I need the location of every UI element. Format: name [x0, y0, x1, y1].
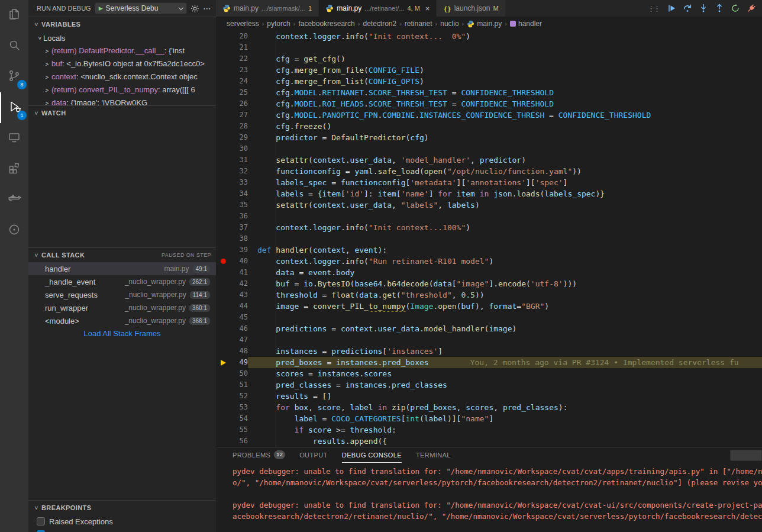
panel-tab-output[interactable]: OUTPUT	[299, 447, 328, 463]
debug-config-dropdown[interactable]: ▶ Serverless Debu	[95, 2, 187, 14]
close-icon[interactable]: ×	[425, 4, 430, 13]
breadcrumb-item-handler[interactable]: handler	[510, 20, 542, 28]
call-stack-frame[interactable]: _handle_event_nuclio_wrapper.py262:1	[28, 275, 216, 288]
start-debugging-icon[interactable]: ▶	[99, 5, 103, 11]
code-line-38[interactable]: 38	[216, 233, 762, 244]
code-line-51[interactable]: 51 pred_classes = instances.pred_classes	[216, 379, 762, 391]
call-stack-frame[interactable]: run_wrapper_nuclio_wrapper.py360:1	[28, 301, 216, 314]
code-line-35[interactable]: 35 setattr(context.user_data, "labels", …	[216, 199, 762, 211]
variables-section-header[interactable]: VARIABLES	[28, 17, 216, 31]
step-over-button[interactable]	[683, 4, 692, 13]
code-line-39[interactable]: 39def handler(context, event):	[216, 244, 762, 256]
restart-button[interactable]	[731, 4, 740, 13]
activity-bar-item-search[interactable]	[0, 31, 28, 62]
console-filter-input[interactable]	[730, 450, 762, 461]
glyph-margin[interactable]	[216, 244, 230, 256]
debug-console-output[interactable]: pydev debugger: unable to find translati…	[216, 463, 762, 532]
code-line-20[interactable]: 20 context.logger.info("Init context... …	[216, 31, 762, 42]
glyph-margin[interactable]	[216, 177, 230, 188]
glyph-margin[interactable]	[216, 267, 230, 278]
breadcrumb-item-detectron2[interactable]: detectron2	[363, 20, 396, 28]
activity-bar-item-explorer[interactable]	[0, 0, 28, 31]
code-line-24[interactable]: 24 cfg.merge_from_list(CONFIG_OPTS)	[216, 76, 762, 87]
code-line-54[interactable]: 54 label = COCO_CATEGORIES[int(label)]["…	[216, 413, 762, 424]
code-line-50[interactable]: 50 scores = instances.scores	[216, 368, 762, 379]
code-line-53[interactable]: 53 for box, score, label in zip(pred_box…	[216, 402, 762, 413]
continue-button[interactable]	[667, 4, 676, 13]
code-line-26[interactable]: 26 cfg.MODEL.ROI_HEADS.SCORE_THRESH_TEST…	[216, 98, 762, 109]
glyph-margin[interactable]	[216, 312, 230, 323]
code-line-30[interactable]: 30	[216, 143, 762, 154]
code-line-48[interactable]: 48 instances = predictions['instances']	[216, 346, 762, 357]
breadcrumb-item-retinanet[interactable]: retinanet	[405, 20, 432, 28]
code-line-34[interactable]: 34 labels = {item['id']: item['name'] fo…	[216, 188, 762, 199]
glyph-margin[interactable]	[216, 278, 230, 289]
code-line-45[interactable]: 45	[216, 312, 762, 323]
code-line-52[interactable]: 52 results = []	[216, 391, 762, 402]
breadcrumb-item-serverless[interactable]: serverless	[227, 20, 259, 28]
tab-launch-json[interactable]: {}launch.jsonM	[437, 0, 505, 17]
panel-tab-problems[interactable]: PROBLEMS12	[233, 447, 285, 463]
glyph-margin[interactable]	[216, 334, 230, 346]
glyph-margin[interactable]	[216, 132, 230, 143]
glyph-margin[interactable]	[216, 188, 230, 199]
code-line-55[interactable]: 55 if score >= threshold:	[216, 424, 762, 436]
settings-gear-icon[interactable]	[190, 4, 199, 13]
glyph-margin[interactable]	[216, 289, 230, 301]
breadcrumb-item-pytorch[interactable]: pytorch	[267, 20, 290, 28]
glyph-margin[interactable]	[216, 65, 230, 76]
glyph-margin[interactable]	[216, 211, 230, 222]
glyph-margin[interactable]	[216, 346, 230, 357]
call-stack-frame[interactable]: <module>_nuclio_wrapper.py366:1	[28, 314, 216, 327]
glyph-margin[interactable]	[216, 143, 230, 154]
code-line-23[interactable]: 23 cfg.merge_from_file(CONFIG_FILE)	[216, 65, 762, 76]
chevron-right-icon[interactable]	[44, 45, 50, 57]
code-line-36[interactable]: 36	[216, 211, 762, 222]
code-line-41[interactable]: 41 data = event.body	[216, 267, 762, 278]
glyph-margin[interactable]	[216, 368, 230, 379]
toolbar-grip-icon[interactable]: ⋮⋮	[647, 4, 660, 13]
glyph-margin[interactable]	[216, 402, 230, 413]
breakpoint-icon[interactable]	[216, 256, 230, 267]
call-stack-section-header[interactable]: CALL STACK PAUSED ON STEP	[28, 248, 216, 262]
tab-main-py-siammask[interactable]: main.py.../siammask/...1	[216, 0, 319, 17]
code-line-56[interactable]: 56 results.append({	[216, 436, 762, 447]
glyph-margin[interactable]	[216, 166, 230, 177]
chevron-right-icon[interactable]	[44, 84, 50, 96]
current-line-arrow-icon[interactable]	[216, 357, 230, 368]
glyph-margin[interactable]	[216, 323, 230, 334]
activity-bar-item-tool-circle[interactable]	[0, 215, 28, 246]
glyph-margin[interactable]	[216, 76, 230, 87]
activity-bar-item-docker[interactable]	[0, 185, 28, 215]
glyph-margin[interactable]	[216, 301, 230, 312]
code-line-27[interactable]: 27 cfg.MODEL.PANOPTIC_FPN.COMBINE.INSTAN…	[216, 109, 762, 121]
breakpoint-option[interactable]: Raised Exceptions	[28, 515, 216, 528]
variable-row[interactable]: (return) convert_PIL_to_numpy: array([[[…	[28, 83, 216, 96]
code-line-31[interactable]: 31 setattr(context.user_data, 'model_han…	[216, 154, 762, 166]
code-line-22[interactable]: 22 cfg = get_cfg()	[216, 53, 762, 65]
chevron-right-icon[interactable]	[44, 58, 50, 70]
tab-main-py-retinanet[interactable]: main.py.../retinanet/...4, M×	[319, 0, 437, 17]
glyph-margin[interactable]	[216, 233, 230, 244]
activity-bar-item-extensions[interactable]	[0, 154, 28, 185]
variable-row[interactable]: context: <nuclio_sdk.context.Context obj…	[28, 70, 216, 83]
chevron-right-icon[interactable]	[44, 97, 50, 105]
code-line-25[interactable]: 25 cfg.MODEL.RETINANET.SCORE_THRESH_TEST…	[216, 87, 762, 98]
breakpoint-option[interactable]: ✓Uncaught Exceptions	[28, 528, 216, 532]
code-line-47[interactable]: 47	[216, 334, 762, 346]
more-actions-icon[interactable]: ⋯	[203, 5, 211, 11]
code-line-37[interactable]: 37 context.logger.info("Init context...1…	[216, 222, 762, 233]
glyph-margin[interactable]	[216, 436, 230, 447]
activity-bar-item-source-control[interactable]: 8	[0, 62, 28, 92]
code-line-43[interactable]: 43 threshold = float(data.get("threshold…	[216, 289, 762, 301]
code-line-49[interactable]: 49 pred_boxes = instances.pred_boxesYou,…	[216, 357, 762, 368]
glyph-margin[interactable]	[216, 424, 230, 436]
variable-row[interactable]: data: {'image': 'iVBORw0KG	[28, 96, 216, 105]
panel-tab-terminal[interactable]: TERMINAL	[416, 447, 451, 463]
glyph-margin[interactable]	[216, 31, 230, 42]
panel-tab-debug-console[interactable]: DEBUG CONSOLE	[342, 447, 402, 463]
glyph-margin[interactable]	[216, 109, 230, 121]
glyph-margin[interactable]	[216, 121, 230, 132]
breadcrumb-item-main-py[interactable]: main.py	[467, 20, 502, 28]
watch-section-header[interactable]: WATCH	[28, 106, 216, 120]
